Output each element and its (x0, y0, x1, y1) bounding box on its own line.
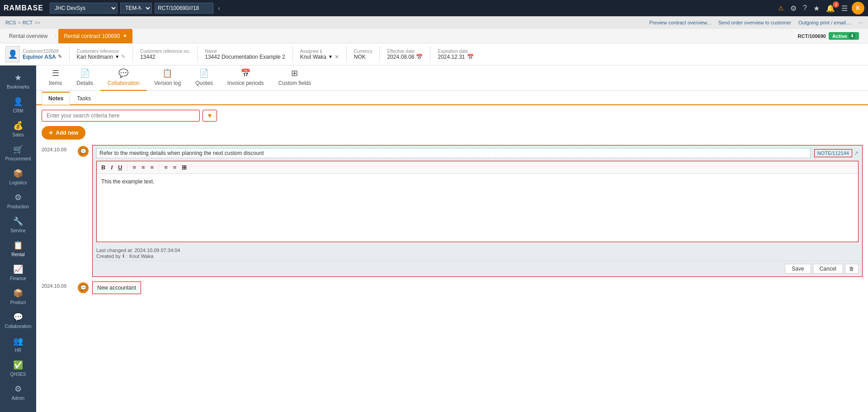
sidebar-item-collaboration[interactable]: 💬 Collaboration (0, 309, 36, 332)
hr-icon: 👥 (13, 336, 23, 346)
delete-button[interactable]: 🗑 (845, 264, 859, 274)
expiration-date-calendar-icon[interactable]: 📅 (467, 54, 474, 60)
cust-ref-dropdown-icon[interactable]: ▼ (115, 54, 119, 59)
breadcrumb: RCS > RCT >> (5, 20, 40, 25)
tab-notes[interactable]: Notes (42, 92, 70, 105)
note-last-changed: Last changed at: 2024.10.09 07:34:04 (96, 248, 859, 253)
rte-list-bullet-btn[interactable]: ≡ (162, 163, 170, 172)
assignee-dropdown-icon[interactable]: ▼ (328, 54, 333, 59)
note-external-link-icon[interactable]: ↗ (854, 150, 859, 156)
rte-align-left-btn[interactable]: ≡ (131, 163, 138, 172)
tab-custom-fields[interactable]: ⊞ Custom fields (271, 66, 319, 91)
sidebar-item-bookmarks[interactable]: ★ Bookmarks (0, 69, 36, 93)
customer-card-icon: 👤 (5, 46, 20, 62)
settings-icon-btn[interactable]: ⚙ (788, 3, 799, 14)
company-select[interactable]: JHC DevSys (50, 3, 118, 14)
tab-items[interactable]: ☰ Items (42, 66, 69, 91)
sidebar-item-crm[interactable]: 👤 CRM (0, 93, 36, 117)
collab-icon: 💬 (13, 312, 23, 322)
more-icon[interactable]: ··· (859, 20, 863, 25)
sidebar-label-service: Service (10, 228, 25, 233)
sidebar-item-finance[interactable]: 📈 Finance (0, 261, 36, 285)
rte-1: B I U ≡ ≡ ≡ ≡ ≡ ⊞ This the exampl (96, 161, 859, 242)
name-group: Name 13442 Documentation Example 2 (205, 49, 285, 60)
sidebar-label-sales: Sales (12, 132, 24, 137)
note-title-input-1[interactable] (96, 148, 811, 158)
rte-underline-btn[interactable]: U (116, 163, 124, 172)
effective-date-calendar-icon[interactable]: 📅 (416, 54, 423, 60)
separator-4 (292, 46, 293, 62)
sidebar-item-admin[interactable]: ⚙ Admin (0, 380, 36, 404)
expiration-date-group: Expiration date 2024.12.31 📅 (438, 49, 473, 60)
customer-edit-icon[interactable]: ✎ (58, 54, 62, 60)
rte-align-center-btn[interactable]: ≡ (140, 163, 147, 172)
breadcrumb-sep1: > (18, 20, 20, 25)
assignee-clear-icon[interactable]: ✕ (335, 54, 339, 60)
rte-content-1[interactable]: This the example text. (97, 174, 858, 242)
tab-bar-row: Rental overview › Rental contract 100690… (0, 29, 868, 43)
sidebar-item-procurement[interactable]: 🛒 Procurement (0, 141, 36, 165)
note-content-1: NOTE/112144 ↗ B I U ≡ ≡ ≡ (92, 145, 863, 277)
dropdown-arrow-icon[interactable]: ▼ (123, 33, 127, 38)
sidebar-item-hr[interactable]: 👥 HR (0, 332, 36, 356)
sidebar-item-sales[interactable]: 💰 Sales (0, 117, 36, 141)
save-button[interactable]: Save (785, 264, 811, 274)
sidebar-item-production[interactable]: ⚙ Production (0, 189, 36, 213)
rte-list-num-btn[interactable]: ≡ (171, 163, 179, 172)
sidebar-item-product[interactable]: 📦 Product (0, 285, 36, 309)
filter-button[interactable]: ▼ (203, 110, 217, 122)
rental-overview-tab[interactable]: Rental overview (4, 29, 53, 43)
product-icon: 📦 (13, 288, 23, 298)
breadcrumb-rct[interactable]: RCT (23, 20, 33, 25)
rental-contract-tab-label: Rental contract 100690 (64, 33, 120, 39)
assignee-info-icon[interactable]: ℹ (320, 49, 322, 54)
cust-ref-group: Customers reference Kari Nordmann ▼ ✎ (77, 49, 126, 60)
avatar[interactable]: K (852, 2, 864, 14)
outgoing-print-link[interactable]: Outgoing print / email.... (798, 20, 851, 25)
rct-path-input[interactable] (155, 3, 213, 14)
logistics-icon: 📦 (13, 169, 23, 178)
cust-ref-edit-icon[interactable]: ✎ (121, 54, 125, 60)
help-icon-btn[interactable]: ? (801, 3, 809, 13)
created-by-icon[interactable]: ℹ (123, 253, 124, 259)
tem-select[interactable]: TEM-NO (120, 3, 152, 14)
rte-bold-btn[interactable]: B (99, 163, 107, 172)
rte-align-right-btn[interactable]: ≡ (149, 163, 156, 172)
rental-contract-tab[interactable]: Rental contract 100690 ▼ (58, 29, 132, 43)
cust-ref-value-row: Kari Nordmann ▼ ✎ (77, 54, 126, 60)
notification-badge[interactable]: 🔔 3 (824, 3, 837, 14)
tab-quotes[interactable]: 📄 Quotes (188, 66, 220, 91)
tab-details[interactable]: 📄 Details (69, 66, 100, 91)
send-order-link[interactable]: Send order overview to customer (718, 20, 791, 25)
nav-back-icon[interactable]: ‹ (216, 4, 222, 13)
alert-icon-btn[interactable]: ⚠ (776, 4, 786, 13)
tab-invoice-periods[interactable]: 📅 Invoice periods (220, 66, 271, 91)
note-user-avatar-2: 💬 (78, 282, 89, 293)
record-id: RCT/100690 (798, 33, 826, 39)
sidebar-item-rental[interactable]: 📋 Rental (0, 237, 36, 261)
note-id-1[interactable]: NOTE/112144 (814, 149, 852, 157)
add-new-button[interactable]: + Add new (42, 126, 85, 140)
note-footer-1: Last changed at: 2024.10.09 07:34:04 Cre… (93, 246, 862, 261)
tab-collaboration[interactable]: 💬 Collaboration (100, 66, 147, 91)
star-icon-btn[interactable]: ★ (811, 3, 822, 14)
breadcrumb-rcs[interactable]: RCS (5, 20, 16, 25)
tab-tasks[interactable]: Tasks (70, 92, 98, 104)
tab-version-log[interactable]: 📋 Version log (147, 66, 188, 91)
cancel-button[interactable]: Cancel (813, 264, 843, 274)
preview-contract-link[interactable]: Preview contract overview... (649, 20, 711, 25)
menu-icon-btn[interactable]: ☰ (839, 3, 850, 14)
sidebar-item-service[interactable]: 🔧 Service (0, 213, 36, 237)
plus-icon: + (49, 129, 53, 137)
rte-table-btn[interactable]: ⊞ (180, 163, 189, 172)
search-input[interactable] (42, 110, 200, 122)
procurement-icon: 🛒 (13, 145, 23, 154)
sidebar-label-finance: Finance (10, 276, 26, 281)
sidebar-item-qhses[interactable]: ✅ QHSES (0, 356, 36, 380)
note-date-2: 2024.10.09 (42, 281, 74, 294)
note-date-1: 2024.10.09 (42, 145, 74, 277)
breadcrumb-sep2: >> (34, 20, 40, 25)
sidebar-item-logistics[interactable]: 📦 Logistics (0, 165, 36, 189)
main-layout: ★ Bookmarks 👤 CRM 💰 Sales 🛒 Procurement … (0, 66, 868, 412)
rte-italic-btn[interactable]: I (109, 163, 114, 172)
